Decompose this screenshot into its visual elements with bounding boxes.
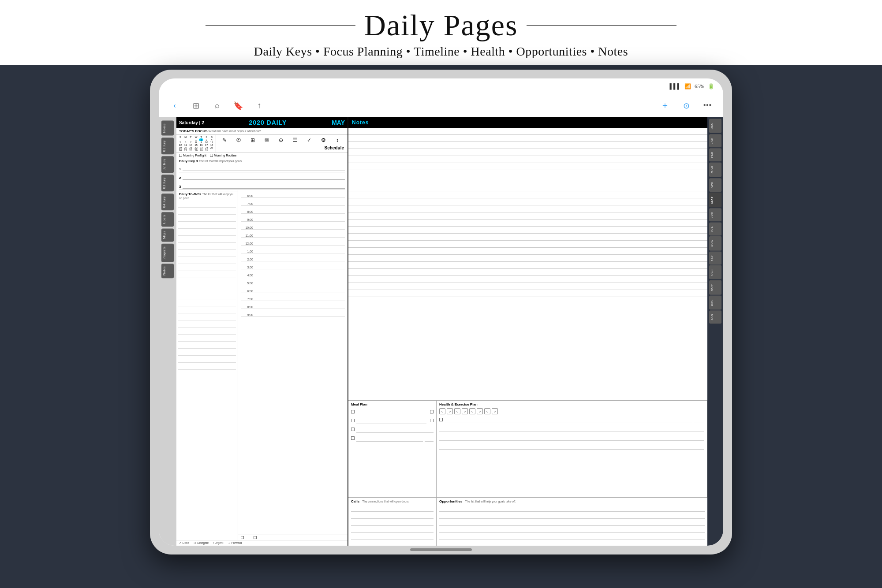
notes-label: Notes bbox=[352, 119, 369, 126]
call-line-2 bbox=[351, 512, 434, 519]
sidebar-tab-goals[interactable]: Goals bbox=[161, 212, 174, 227]
grid-button[interactable]: ⊞ bbox=[189, 99, 203, 113]
note-line-19 bbox=[348, 255, 707, 262]
month-tab-jan1[interactable]: JAN bbox=[709, 134, 721, 147]
note-line-13 bbox=[348, 212, 707, 220]
meal-plan-title: Meal Plan bbox=[351, 402, 434, 406]
todo-label: Daily To-Do's bbox=[179, 192, 201, 196]
toolbar-right: + ⊙ ••• bbox=[658, 99, 714, 113]
month-tab-mar[interactable]: MAR bbox=[709, 162, 721, 177]
icons-row: ✎ ✆ ⊞ ✉ ⊙ ☰ ✓ ⚙ ↕ Schedule bbox=[216, 135, 348, 153]
page-month: MAY bbox=[332, 119, 345, 126]
note-line-1 bbox=[348, 128, 707, 135]
add-button[interactable]: + bbox=[658, 99, 672, 113]
legend-done: ✓ Done bbox=[179, 541, 189, 545]
daily-key-label: Daily Key 3 bbox=[179, 159, 198, 163]
sidebar-tab-04key[interactable]: 04 Key bbox=[161, 194, 174, 210]
month-tab-jan2[interactable]: JAN bbox=[709, 310, 721, 324]
line-fill-3 bbox=[183, 188, 345, 189]
sidebar-tab-01key[interactable]: 01 Key bbox=[161, 138, 174, 154]
icon-check: ✓ bbox=[303, 137, 316, 143]
note-line-21 bbox=[348, 269, 707, 276]
calls-sub: The connections that will open doors. bbox=[362, 500, 409, 503]
month-tab-jun[interactable]: JUN bbox=[709, 208, 721, 221]
sidebar-tab-03key[interactable]: 03 Key bbox=[161, 175, 174, 191]
icon-phone: ✆ bbox=[232, 137, 245, 143]
note-line-23 bbox=[348, 283, 707, 290]
circle-button[interactable]: ⊙ bbox=[679, 99, 693, 113]
note-line-8 bbox=[348, 177, 707, 184]
note-line-9 bbox=[348, 184, 707, 191]
time-1000: 10:00 bbox=[241, 222, 345, 230]
month-tab-may[interactable]: MAY bbox=[709, 193, 721, 208]
health-icon-8: ○ bbox=[492, 408, 498, 414]
numbered-item-1: 1 bbox=[179, 164, 345, 172]
call-line-3 bbox=[351, 519, 434, 526]
opps-title: Opportunities bbox=[439, 499, 462, 503]
signal-icon: ▌▌▌ bbox=[669, 83, 681, 90]
note-line-16 bbox=[348, 234, 707, 241]
month-tab-dec2[interactable]: DEC bbox=[709, 296, 721, 310]
daily-key-section: Daily Key 3 The list that will impact yo… bbox=[176, 158, 348, 164]
more-button[interactable]: ••• bbox=[700, 99, 714, 113]
health-line-3 bbox=[439, 443, 704, 450]
opp-line-4 bbox=[439, 526, 705, 533]
month-tab-dec1[interactable]: DEC bbox=[709, 119, 721, 133]
sidebar-tab-home[interactable]: Home bbox=[161, 121, 174, 136]
tablet-screen: ▌▌▌ 📶 65% 🔋 ‹ ⊞ ⌕ 🔖 ↑ + ⊙ ••• bbox=[159, 78, 723, 546]
health-cb-row bbox=[439, 416, 704, 423]
num-1: 1 bbox=[179, 167, 181, 171]
month-tab-apr[interactable]: APR bbox=[709, 178, 721, 192]
tablet-device: ▌▌▌ 📶 65% 🔋 ‹ ⊞ ⌕ 🔖 ↑ + ⊙ ••• bbox=[150, 70, 732, 555]
health-icon-6: ○ bbox=[477, 408, 483, 414]
icon-circle: ⊙ bbox=[274, 137, 288, 143]
note-line-2 bbox=[348, 135, 707, 142]
time-700: 7:00 bbox=[241, 198, 345, 206]
note-line-24 bbox=[348, 290, 707, 297]
month-tab-sep[interactable]: SEP bbox=[709, 252, 721, 265]
search-button[interactable]: ⌕ bbox=[210, 99, 224, 113]
main-content: Home 01 Key 02 Key 03 Key 04 Key Goals M… bbox=[159, 117, 723, 546]
share-button[interactable]: ↑ bbox=[252, 99, 266, 113]
time-700pm: 7:00 bbox=[241, 293, 345, 301]
sidebar-tab-mtgs[interactable]: Mtgs bbox=[161, 228, 174, 242]
daily-key-sub: The list that will impact your goals. bbox=[199, 160, 243, 163]
bottom-section: Meal Plan bbox=[348, 400, 707, 497]
note-line-15 bbox=[348, 227, 707, 234]
back-button[interactable]: ‹ bbox=[168, 99, 182, 113]
note-line-3 bbox=[348, 142, 707, 149]
morning-preflight-checkbox[interactable]: Morning Preflight bbox=[179, 154, 206, 157]
sidebar-tab-notes[interactable]: Notes bbox=[161, 264, 174, 278]
toolbar-left: ‹ ⊞ ⌕ 🔖 ↑ bbox=[168, 99, 649, 113]
health-icon-7: ○ bbox=[484, 408, 490, 414]
focus-label: TODAY'S FOCUS bbox=[179, 129, 208, 133]
header-rule-left bbox=[206, 25, 355, 26]
opp-line-1 bbox=[439, 505, 705, 512]
morning-routine-checkbox[interactable]: Morning Routine bbox=[210, 154, 236, 157]
month-tab-nov[interactable]: NOV bbox=[709, 280, 721, 295]
numbered-items: 1 2 3 bbox=[176, 164, 348, 190]
health-section: Health & Exercise Plan ○ ○ ○ ○ ○ ○ ○ ○ bbox=[437, 401, 707, 497]
header: Daily Pages Daily Keys • Focus Planning … bbox=[0, 0, 882, 65]
month-tab-jul[interactable]: JUL bbox=[709, 223, 721, 236]
health-line-2 bbox=[439, 434, 704, 441]
mini-calendar: S M T W T F S 1234 567891011 12131415161… bbox=[176, 135, 216, 153]
notes-header: Notes bbox=[348, 117, 707, 128]
icon-grid: ⊞ bbox=[246, 137, 259, 143]
left-sidebar: Home 01 Key 02 Key 03 Key 04 Key Goals M… bbox=[159, 117, 176, 546]
calls-section: Calls The connections that will open doo… bbox=[348, 498, 437, 546]
status-bar: ▌▌▌ 📶 65% 🔋 bbox=[159, 78, 723, 94]
sidebar-tab-projects[interactable]: Projects bbox=[161, 244, 174, 262]
month-tab-feb[interactable]: FEB bbox=[709, 148, 721, 161]
bookmark-button[interactable]: 🔖 bbox=[231, 99, 245, 113]
toolbar: ‹ ⊞ ⌕ 🔖 ↑ + ⊙ ••• bbox=[159, 94, 723, 117]
header-subtitle: Daily Keys • Focus Planning • Timeline •… bbox=[0, 45, 882, 59]
month-tab-aug[interactable]: AUG bbox=[709, 236, 721, 251]
health-icon-5: ○ bbox=[469, 408, 475, 414]
note-line-4 bbox=[348, 149, 707, 156]
month-tab-oct[interactable]: OCT bbox=[709, 265, 721, 279]
health-plan-title: Health & Exercise Plan bbox=[439, 402, 704, 406]
health-icon-3: ○ bbox=[454, 408, 460, 414]
time-100: 1:00 bbox=[241, 246, 345, 253]
sidebar-tab-02key[interactable]: 02 Key bbox=[161, 156, 174, 173]
